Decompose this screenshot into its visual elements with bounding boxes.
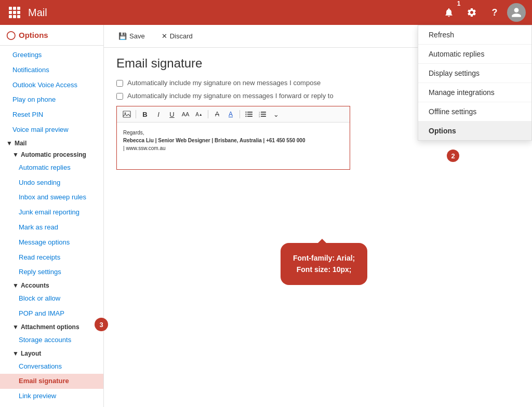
mail-section-label: Mail — [15, 140, 26, 147]
sidebar-item-reply-settings[interactable]: Reply settings — [0, 265, 103, 280]
sidebar-item-link-preview[interactable]: Link preview — [0, 389, 103, 404]
annotation-2: 2 — [447, 150, 459, 162]
sidebar-item-conversations[interactable]: Conversations — [0, 359, 103, 374]
auto-proc-arrow: ▼ — [12, 151, 19, 158]
save-button[interactable]: 💾 Save — [114, 30, 149, 42]
app-launcher-button[interactable] — [6, 4, 23, 21]
bell-icon — [444, 7, 454, 18]
signature-toolbar: B I U AA A▲ A A — [117, 106, 350, 123]
sidebar-item-notifications[interactable]: Notifications — [0, 63, 103, 78]
sidebar-item-pop-imap[interactable]: POP and IMAP — [0, 306, 103, 321]
sidebar-item-play-on-phone[interactable]: Play on phone — [0, 92, 103, 107]
accounts-arrow: ▼ — [12, 282, 19, 289]
annotation-3: 3 — [95, 318, 108, 331]
discard-label: Discard — [170, 32, 193, 40]
back-icon: ◯ — [6, 30, 16, 40]
notifications-button[interactable]: 1 — [438, 2, 459, 23]
toolbar-sep-3 — [240, 110, 240, 118]
font-decrease-button[interactable]: A▲ — [193, 108, 205, 120]
sidebar-item-automatic-replies[interactable]: Automatic replies — [0, 160, 103, 175]
svg-rect-3 — [247, 112, 252, 113]
checkbox-forward-reply[interactable] — [116, 93, 123, 100]
italic-button[interactable]: I — [153, 108, 164, 120]
sidebar-item-message-format[interactable]: Message format — [0, 404, 103, 407]
sidebar-item-inbox-sweep-rules[interactable]: Inbox and sweep rules — [0, 190, 103, 205]
bold-button[interactable]: B — [139, 108, 151, 120]
settings-button[interactable] — [461, 2, 482, 23]
signature-line-2: Rebecca Liu | Senior Web Designer | Bris… — [123, 137, 343, 144]
bullet-list-icon — [245, 111, 252, 117]
toolbar-sep-1 — [136, 110, 136, 118]
dropdown-automatic-replies[interactable]: Automatic replies — [418, 45, 531, 64]
checkbox-forward-reply-label: Automatically include my signature on me… — [127, 92, 334, 100]
dropdown-options[interactable]: Options — [418, 121, 531, 140]
sidebar-item-mark-as-read[interactable]: Mark as read — [0, 220, 103, 235]
save-label: Save — [129, 32, 145, 40]
svg-rect-7 — [247, 116, 252, 117]
sidebar-item-reset-pin[interactable]: Reset PIN — [0, 107, 103, 123]
insert-image-button[interactable] — [121, 108, 132, 120]
app-header: Mail 1 ? — [0, 0, 532, 25]
svg-rect-9 — [261, 112, 266, 113]
bullet-list-button[interactable] — [243, 108, 255, 120]
discard-icon: ✕ — [162, 32, 167, 40]
sidebar-item-block-or-allow[interactable]: Block or allow — [0, 291, 103, 306]
attachment-options-toggle[interactable]: ▼ Attachment options — [0, 321, 103, 333]
automatic-processing-toggle[interactable]: ▼ Automatic processing — [0, 149, 103, 160]
mail-section-toggle[interactable]: ▼ Mail — [0, 138, 103, 149]
more-options-button[interactable]: ⌄ — [270, 108, 282, 120]
save-icon: 💾 — [118, 32, 127, 40]
avatar-icon — [511, 7, 522, 18]
numbered-list-button[interactable]: 1. 2. 3. — [257, 108, 268, 120]
svg-rect-13 — [261, 116, 266, 117]
attach-arrow: ▼ — [12, 323, 19, 331]
font-size-button[interactable]: AA — [180, 108, 191, 120]
layout-arrow: ▼ — [12, 350, 19, 357]
accounts-label: Accounts — [21, 282, 49, 289]
sidebar-item-greetings[interactable]: Greetings — [0, 48, 103, 63]
signature-line-3: | www.ssw.com.au — [123, 144, 343, 152]
checkbox-new-messages-label: Automatically include my signature on ne… — [127, 79, 321, 87]
sidebar-item-undo-sending[interactable]: Undo sending — [0, 175, 103, 191]
sidebar-item-read-receipts[interactable]: Read receipts — [0, 250, 103, 265]
underline-button[interactable]: U — [166, 108, 178, 120]
layout-section-toggle[interactable]: ▼ Layout — [0, 348, 103, 359]
auto-proc-label: Automatic processing — [21, 151, 86, 158]
svg-rect-5 — [247, 114, 252, 115]
dropdown-offline-settings[interactable]: Offline settings — [418, 102, 531, 121]
app-title: Mail — [28, 7, 438, 19]
svg-rect-0 — [123, 111, 130, 117]
sidebar-item-email-signature[interactable]: Email signature — [0, 374, 103, 389]
font-color-button[interactable]: A — [225, 108, 236, 120]
options-header[interactable]: ◯ Options — [0, 25, 103, 43]
annotation-3-container: 3 — [95, 318, 108, 331]
help-button[interactable]: ? — [484, 2, 505, 23]
discard-button[interactable]: ✕ Discard — [157, 30, 197, 42]
signature-editor: B I U AA A▲ A A — [116, 106, 350, 170]
sidebar-item-junk-email[interactable]: Junk email reporting — [0, 205, 103, 220]
signature-line-1: Regards, — [123, 129, 343, 137]
dropdown-manage-integrations[interactable]: Manage integrations — [418, 83, 531, 102]
sidebar-item-storage-accounts[interactable]: Storage accounts — [0, 333, 103, 348]
checkbox-new-messages[interactable] — [116, 80, 123, 87]
svg-point-4 — [245, 114, 246, 115]
numbered-list-icon: 1. 2. 3. — [259, 111, 266, 117]
options-label: Options — [19, 31, 48, 39]
svg-text:3.: 3. — [259, 115, 260, 117]
help-icon: ? — [492, 7, 498, 18]
signature-content[interactable]: Regards, Rebecca Liu | Senior Web Design… — [117, 123, 350, 169]
image-icon — [123, 111, 131, 118]
settings-dropdown: Refresh Automatic replies Display settin… — [418, 25, 532, 141]
sidebar-item-message-options[interactable]: Message options — [0, 235, 103, 250]
user-avatar[interactable] — [507, 3, 526, 22]
accounts-section-toggle[interactable]: ▼ Accounts — [0, 280, 103, 291]
sidebar-item-outlook-voice[interactable]: Outlook Voice Access — [0, 78, 103, 93]
strikethrough-button[interactable]: A — [211, 108, 223, 120]
sidebar-item-voice-mail-preview[interactable]: Voice mail preview — [0, 123, 103, 138]
svg-point-1 — [125, 113, 126, 114]
gear-icon — [467, 7, 477, 18]
dropdown-display-settings[interactable]: Display settings — [418, 64, 531, 83]
dropdown-refresh[interactable]: Refresh — [418, 25, 531, 45]
grid-icon — [9, 7, 20, 18]
svg-point-6 — [245, 116, 246, 117]
